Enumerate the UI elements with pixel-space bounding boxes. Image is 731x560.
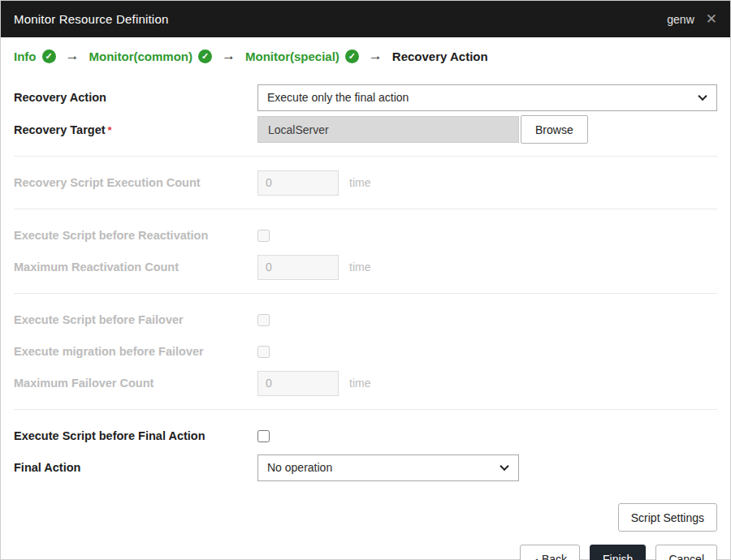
max-reactivation-count-label: Maximum Reactivation Count <box>14 261 257 274</box>
back-button[interactable]: ◂Back <box>520 545 580 560</box>
section-failover: Execute Script before Failover Execute m… <box>14 294 717 410</box>
max-reactivation-count-unit: time <box>349 261 370 274</box>
recovery-target-label: Recovery Target* <box>14 123 257 136</box>
step-monitor-common[interactable]: Monitor(common) ✓ <box>89 50 212 63</box>
max-failover-count-label: Maximum Failover Count <box>14 377 257 390</box>
chevron-down-icon <box>698 92 707 101</box>
script-settings-row: Script Settings <box>14 493 717 535</box>
chevron-down-icon <box>500 462 508 471</box>
final-action-selected-value: No operation <box>267 461 332 474</box>
recovery-script-count-label: Recovery Script Execution Count <box>14 176 257 189</box>
cancel-button[interactable]: Cancel <box>655 545 717 560</box>
script-settings-button[interactable]: Script Settings <box>618 503 717 532</box>
recovery-action-row: Recovery Action Execute only the final a… <box>14 84 717 111</box>
max-reactivation-count-row: Maximum Reactivation Count time <box>14 253 717 281</box>
max-failover-count-row: Maximum Failover Count time <box>14 369 717 397</box>
wizard-steps: Info ✓ → Monitor(common) ✓ → Monitor(spe… <box>1 37 730 71</box>
max-reactivation-count-input <box>257 255 339 280</box>
step-complete-check-icon: ✓ <box>42 50 56 63</box>
step-info-label: Info <box>14 50 37 63</box>
final-action-row: Final Action No operation <box>14 454 717 481</box>
close-icon[interactable]: ✕ <box>706 12 717 26</box>
final-action-select[interactable]: No operation <box>257 454 519 481</box>
back-button-label: Back <box>542 553 567 560</box>
script-before-final-action-row: Execute Script before Final Action <box>14 422 717 450</box>
required-asterisk: * <box>108 124 112 136</box>
max-failover-count-input <box>257 371 339 396</box>
script-before-final-action-label: Execute Script before Final Action <box>14 429 257 442</box>
step-arrow-icon: → <box>222 48 236 64</box>
monitor-name: genw <box>667 13 694 26</box>
step-monitor-common-label: Monitor(common) <box>89 50 192 63</box>
script-before-reactivation-checkbox <box>257 230 270 242</box>
step-arrow-icon: → <box>369 48 383 64</box>
recovery-script-count-unit: time <box>349 176 370 189</box>
section-recovery-action: Recovery Action Execute only the final a… <box>14 71 717 157</box>
monitor-resource-definition-dialog: Monitor Resource Definition genw ✕ Info … <box>0 0 731 560</box>
script-before-final-action-checkbox[interactable] <box>257 430 270 442</box>
recovery-action-label: Recovery Action <box>14 91 257 104</box>
section-reactivation: Execute Script before Reactivation Maxim… <box>14 209 717 294</box>
recovery-action-selected-value: Execute only the final action <box>267 91 409 104</box>
dialog-titlebar: Monitor Resource Definition genw ✕ <box>1 1 730 37</box>
migration-before-failover-row: Execute migration before Failover <box>14 338 717 365</box>
recovery-target-field: LocalServer <box>257 116 519 143</box>
migration-before-failover-label: Execute migration before Failover <box>14 345 257 358</box>
section-recovery-script: Recovery Script Execution Count time <box>14 157 717 209</box>
recovery-target-row: Recovery Target* LocalServer Browse <box>14 115 717 144</box>
section-final-action: Execute Script before Final Action Final… <box>14 410 717 493</box>
recovery-script-count-input <box>257 170 339 196</box>
script-before-failover-checkbox <box>257 314 270 326</box>
step-recovery-action-label: Recovery Action <box>392 50 488 63</box>
dialog-footer: ◂Back Finish Cancel <box>14 535 717 560</box>
recovery-script-count-row: Recovery Script Execution Count time <box>14 169 717 196</box>
script-before-failover-row: Execute Script before Failover <box>14 306 717 334</box>
finish-button[interactable]: Finish <box>590 545 646 560</box>
recovery-action-form: Recovery Action Execute only the final a… <box>1 71 730 560</box>
step-arrow-icon: → <box>66 48 80 64</box>
step-complete-check-icon: ✓ <box>345 50 359 63</box>
step-recovery-action: Recovery Action <box>392 50 488 63</box>
browse-button[interactable]: Browse <box>521 115 588 144</box>
dialog-title: Monitor Resource Definition <box>14 12 667 26</box>
back-arrow-icon: ◂ <box>533 555 538 560</box>
script-before-failover-label: Execute Script before Failover <box>14 313 257 326</box>
step-monitor-special[interactable]: Monitor(special) ✓ <box>245 50 359 63</box>
final-action-label: Final Action <box>14 461 257 474</box>
script-before-reactivation-label: Execute Script before Reactivation <box>14 229 257 242</box>
step-info[interactable]: Info ✓ <box>14 50 56 63</box>
script-before-reactivation-row: Execute Script before Reactivation <box>14 222 717 249</box>
recovery-action-select[interactable]: Execute only the final action <box>257 84 717 111</box>
step-complete-check-icon: ✓ <box>198 50 212 63</box>
migration-before-failover-checkbox <box>257 346 270 358</box>
step-monitor-special-label: Monitor(special) <box>245 50 340 63</box>
max-failover-count-unit: time <box>349 377 370 390</box>
